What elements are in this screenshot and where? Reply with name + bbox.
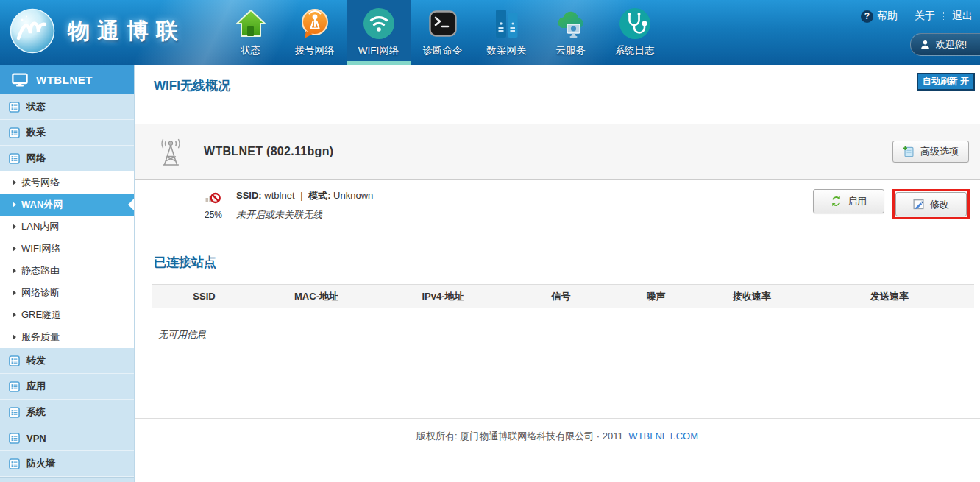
- wifi-icon: [363, 7, 395, 40]
- broadcast-icon: [299, 7, 331, 40]
- sidebar-group-applications[interactable]: 应用: [0, 374, 134, 400]
- signal-percent: 25%: [196, 210, 230, 220]
- sidebar-item-net-diagnosis[interactable]: 网络诊断: [0, 282, 134, 304]
- top-header: 物通博联 状态拨号网络WIFI网络诊断命令数采网关云服务系统日志 ? 帮助 关于…: [0, 0, 980, 65]
- wifi-action-buttons: 启用 修改: [813, 189, 970, 219]
- site-link[interactable]: WTBLNET.COM: [628, 430, 698, 442]
- arrow-right-icon: [13, 180, 16, 185]
- edit-icon: [913, 199, 924, 210]
- column-header-4: 噪声: [613, 290, 699, 303]
- column-header-5: 接收速率: [699, 290, 805, 303]
- cloud-icon: [555, 7, 587, 40]
- help-link[interactable]: 帮助: [877, 10, 898, 23]
- nav-tab-wifi[interactable]: WIFI网络: [347, 0, 411, 65]
- nav-tab-cloud[interactable]: 云服务: [539, 0, 603, 65]
- sidebar-group-label: VPN: [26, 433, 46, 444]
- nav-tab-stethoscope[interactable]: 系统日志: [603, 0, 667, 65]
- antenna-icon: [158, 137, 183, 166]
- wifi-panel-header: WTBLNET (802.11bgn) 高级选项: [135, 124, 980, 180]
- wifi-overview-panel: WTBLNET (802.11bgn) 高级选项 25%: [135, 124, 980, 235]
- main-nav: 状态拨号网络WIFI网络诊断命令数采网关云服务系统日志: [219, 0, 667, 65]
- logo: 物通博联: [9, 7, 185, 54]
- list-icon: [9, 153, 20, 164]
- sidebar-item-partial: [0, 477, 134, 482]
- sidebar-item-gre-tunnel[interactable]: GRE隧道: [0, 304, 134, 326]
- connected-stations-title: 已连接站点: [135, 254, 980, 271]
- sidebar-item-label: WAN外网: [21, 198, 63, 211]
- sidebar-item-label: WIFI网络: [21, 242, 60, 255]
- stations-table-header: SSIDMAC-地址IPv4-地址信号噪声接收速率发送速率: [152, 284, 974, 308]
- wifi-network-title: WTBLNET (802.11bgn): [204, 145, 333, 158]
- list-icon: [9, 102, 20, 113]
- column-header-0: SSID: [152, 291, 256, 302]
- modify-highlight-box: 修改: [892, 189, 970, 219]
- auto-refresh-badge[interactable]: 自动刷新 开: [917, 73, 975, 91]
- footer: 版权所有: 厦门物通博联网络科技有限公司 · 2011 WTBLNET.COM: [135, 418, 980, 443]
- sidebar-item-label: LAN内网: [21, 220, 59, 233]
- sidebar-group-vpn[interactable]: VPN: [0, 425, 134, 451]
- column-header-6: 发送速率: [805, 290, 974, 303]
- sidebar-group-label: 转发: [26, 354, 46, 367]
- logout-link[interactable]: 退出: [952, 10, 973, 23]
- enable-label: 启用: [848, 195, 867, 208]
- wifi-status-message: 未开启或未关联无线: [236, 208, 373, 221]
- sidebar-item-wifi[interactable]: WIFI网络: [0, 238, 134, 260]
- sidebar-item-lan[interactable]: LAN内网: [0, 216, 134, 238]
- device-name: WTBLNET: [36, 74, 93, 86]
- column-header-1: MAC-地址: [256, 290, 377, 303]
- sidebar-group-forwarding[interactable]: 转发: [0, 348, 134, 374]
- sidebar-group-data-collect[interactable]: 数采: [0, 120, 134, 146]
- about-link[interactable]: 关于: [915, 10, 935, 23]
- nav-tab-broadcast[interactable]: 拨号网络: [283, 0, 347, 65]
- sidebar-group-network[interactable]: 网络: [0, 146, 134, 171]
- modify-button[interactable]: 修改: [895, 192, 967, 216]
- advanced-options-button[interactable]: 高级选项: [892, 141, 969, 163]
- sidebar-group-system[interactable]: 系统: [0, 400, 134, 425]
- sidebar-item-static-route[interactable]: 静态路由: [0, 260, 134, 282]
- sidebar-group-label: 数采: [26, 126, 46, 139]
- nav-tab-label: 系统日志: [615, 44, 655, 57]
- welcome-badge[interactable]: 欢迎您!: [910, 33, 980, 56]
- sidebar: WTBLNET 状态数采网络拨号网络WAN外网LAN内网WIFI网络静态路由网络…: [0, 65, 135, 482]
- sidebar-group-status[interactable]: 状态: [0, 94, 134, 120]
- list-icon: [9, 407, 20, 418]
- arrow-right-icon: [13, 312, 16, 318]
- sidebar-group-firewall[interactable]: 防火墙: [0, 451, 134, 477]
- sidebar-item-qos[interactable]: 服务质量: [0, 326, 134, 348]
- nav-tab-terminal[interactable]: 诊断命令: [411, 0, 475, 65]
- sidebar-item-label: 拨号网络: [21, 176, 60, 189]
- sidebar-item-wan[interactable]: WAN外网: [0, 194, 134, 216]
- sidebar-group-label: 系统: [26, 405, 46, 419]
- welcome-label: 欢迎您!: [935, 38, 967, 52]
- advanced-options-icon: [903, 146, 915, 157]
- refresh-icon: [831, 196, 842, 207]
- sidebar-group-label: 应用: [26, 380, 46, 393]
- stethoscope-icon: [619, 7, 651, 40]
- ssid-label: SSID:: [236, 190, 262, 201]
- enable-button[interactable]: 启用: [813, 189, 884, 213]
- terminal-icon: [427, 7, 459, 40]
- nav-tab-label: WIFI网络: [358, 44, 400, 57]
- nav-tab-server[interactable]: 数采网关: [475, 0, 539, 65]
- arrow-right-icon: [13, 202, 16, 208]
- separator: |: [300, 190, 302, 201]
- sidebar-item-label: 服务质量: [21, 330, 60, 344]
- sidebar-item-dial-network[interactable]: 拨号网络: [0, 171, 134, 194]
- modify-label: 修改: [930, 198, 949, 211]
- list-icon: [9, 381, 20, 392]
- advanced-options-label: 高级选项: [920, 145, 959, 158]
- nav-tab-label: 诊断命令: [423, 44, 463, 57]
- logo-globe-icon: [9, 7, 56, 54]
- arrow-right-icon: [13, 224, 16, 230]
- list-icon: [9, 433, 20, 444]
- help-icon: ?: [861, 10, 873, 23]
- sidebar-menu: 状态数采网络拨号网络WAN外网LAN内网WIFI网络静态路由网络诊断GRE隧道服…: [0, 94, 134, 477]
- nav-tab-home[interactable]: 状态: [219, 0, 283, 65]
- sidebar-item-label: GRE隧道: [21, 308, 61, 322]
- signal-disabled-icon: [205, 188, 221, 205]
- arrow-right-icon: [13, 246, 16, 252]
- arrow-right-icon: [13, 268, 16, 274]
- wifi-status-row: 25% SSID: wtblnet | 模式: Unknown 未开启或未关联无…: [135, 180, 980, 235]
- list-icon: [9, 355, 20, 366]
- divider: [943, 12, 944, 21]
